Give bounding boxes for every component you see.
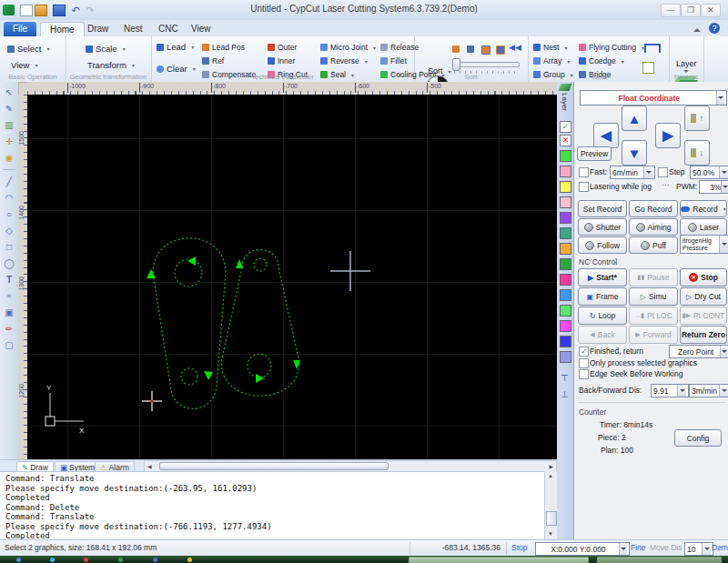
- layer-swatch[interactable]: [560, 351, 571, 363]
- part-outline-left[interactable]: [153, 238, 226, 409]
- pt-loc-button[interactable]: →▮Pt LOC: [629, 307, 678, 325]
- view-order-tool[interactable]: ▥: [2, 118, 16, 132]
- pan-tool[interactable]: ✛: [2, 135, 16, 148]
- part-right-small-hole[interactable]: [254, 258, 267, 271]
- brush-tool[interactable]: ✏: [2, 322, 16, 336]
- vscroll-up-icon[interactable]: ▲: [548, 473, 553, 478]
- nest-button[interactable]: Nest: [533, 42, 568, 53]
- part-left-big-hole[interactable]: [175, 259, 202, 287]
- sort-order4-icon[interactable]: [496, 45, 505, 55]
- sort-slider-track[interactable]: [452, 62, 520, 67]
- step-combo[interactable]: 50.0%: [690, 166, 728, 179]
- drawing-canvas[interactable]: Y X: [27, 95, 557, 459]
- node-edit-tool[interactable]: ✎: [2, 102, 16, 116]
- position-combo[interactable]: X:0.000 Y:0.000: [535, 542, 630, 556]
- z-down-button[interactable]: ↓: [684, 140, 710, 166]
- taskbar-icon[interactable]: [16, 558, 21, 562]
- sort-prev-icon[interactable]: ◀◀: [509, 43, 521, 52]
- part-outline-right[interactable]: [222, 250, 299, 397]
- tab-file[interactable]: File: [4, 22, 36, 36]
- layer-swatch[interactable]: [560, 227, 571, 239]
- close-button[interactable]: ✕: [701, 4, 721, 17]
- restore-button[interactable]: ❐: [681, 4, 701, 17]
- scale-button[interactable]: Scale: [86, 44, 126, 54]
- taskbar-icon[interactable]: [118, 558, 123, 562]
- vscroll-thumb[interactable]: [546, 511, 557, 526]
- polygon-tool[interactable]: ◇: [2, 224, 16, 237]
- pwm-combo[interactable]: 3%: [699, 180, 728, 194]
- collapse-ribbon-icon[interactable]: [693, 25, 701, 32]
- z-up-button[interactable]: ↑: [684, 106, 710, 131]
- flying-cutting-button[interactable]: Flying Cutting: [579, 42, 644, 53]
- measure-tool[interactable]: ▣: [2, 306, 16, 319]
- jog-left-button[interactable]: ◀: [593, 123, 619, 148]
- micro-joint-button[interactable]: Micro Joint: [320, 42, 376, 53]
- status-fine-label[interactable]: Fine: [631, 540, 646, 557]
- follow-button[interactable]: Follow: [578, 236, 627, 254]
- zero-point-combo[interactable]: Zero Point: [669, 345, 728, 358]
- layer-disable-cross-icon[interactable]: ✕: [560, 135, 571, 146]
- layer-swatch[interactable]: [560, 305, 571, 317]
- line-tool[interactable]: ╱: [2, 175, 16, 188]
- layer-swatch[interactable]: [560, 274, 571, 286]
- taskbar-icon[interactable]: [153, 558, 157, 562]
- start-button[interactable]: ▶Start*: [578, 268, 627, 287]
- fit-width-icon[interactable]: ⊤: [561, 373, 569, 383]
- release-button[interactable]: Release: [380, 42, 419, 53]
- pause-button[interactable]: ▮▮Pause: [629, 268, 678, 287]
- ellipse-tool[interactable]: ◯: [2, 256, 16, 270]
- layer-swatch[interactable]: [560, 212, 571, 224]
- jog-right-button[interactable]: ▶: [655, 123, 681, 148]
- taskbar-icon[interactable]: [50, 558, 55, 562]
- fillet-button[interactable]: Fillet: [380, 55, 407, 66]
- back-forward-speed-combo[interactable]: 3m/min: [689, 384, 728, 397]
- lead-pos-button[interactable]: Lead Pos: [202, 42, 245, 53]
- forward-button[interactable]: ▶Forward: [629, 326, 678, 344]
- record-button[interactable]: Record: [680, 200, 727, 217]
- shutter-button[interactable]: Shutter: [578, 218, 627, 236]
- layer-swatch[interactable]: [560, 336, 571, 347]
- part-left-small-hole[interactable]: [181, 368, 197, 385]
- layer-button[interactable]: Layer: [676, 58, 697, 69]
- circle-tool[interactable]: ○: [2, 207, 16, 221]
- preview-button[interactable]: Preview: [577, 146, 612, 161]
- select-tool[interactable]: ↖: [2, 85, 16, 99]
- layer-strip-icon[interactable]: [559, 84, 572, 91]
- tab-nest[interactable]: Nest: [115, 22, 152, 36]
- inner-button[interactable]: Inner: [268, 55, 295, 66]
- part-right-big-hole[interactable]: [248, 354, 271, 377]
- layer-swatch[interactable]: [560, 150, 571, 162]
- lasering-checkbox[interactable]: [579, 182, 589, 192]
- frame-button[interactable]: ▣Frame: [578, 287, 627, 306]
- loop-button[interactable]: ↻Loop: [578, 307, 627, 325]
- fit-height-icon[interactable]: ⊥: [561, 389, 569, 399]
- jog-up-button[interactable]: ▲: [622, 106, 647, 131]
- taskbar-icon[interactable]: [84, 558, 88, 562]
- stop-button[interactable]: ✕Stop: [680, 268, 727, 287]
- star-tool[interactable]: ✶: [2, 289, 16, 303]
- config-button[interactable]: Config: [674, 429, 722, 447]
- coordinate-combo[interactable]: Float Coordinate: [580, 90, 727, 106]
- layer-swatch[interactable]: [560, 289, 571, 301]
- only-selected-checkbox[interactable]: [579, 358, 589, 368]
- hscroll-right-icon[interactable]: ▶: [549, 463, 553, 469]
- simu-button[interactable]: ▷Simu: [629, 287, 678, 306]
- view-button[interactable]: View: [11, 60, 37, 70]
- tab-view[interactable]: View: [182, 22, 220, 36]
- layer-swatch[interactable]: [560, 258, 571, 270]
- arc-tool[interactable]: ◠: [2, 191, 16, 205]
- minimize-button[interactable]: —: [661, 4, 681, 17]
- layer-swatch[interactable]: [560, 196, 571, 208]
- taskbar-icon[interactable]: [187, 558, 192, 562]
- select-button[interactable]: Select: [7, 44, 49, 54]
- hscroll-left-icon[interactable]: ◀: [147, 463, 152, 469]
- fast-checkbox[interactable]: [579, 167, 589, 177]
- console-log[interactable]: Command: Translate Please specify move d…: [0, 471, 557, 542]
- pt-cont-button[interactable]: ▮▶Pt CONT: [680, 307, 727, 325]
- sort-order1-icon[interactable]: [452, 45, 460, 53]
- measure-icon[interactable]: [644, 44, 661, 53]
- aiming-button[interactable]: Aiming: [629, 218, 678, 236]
- layer-swatch[interactable]: [560, 320, 571, 332]
- sort-order3-icon[interactable]: [481, 45, 490, 55]
- array-button[interactable]: Array: [533, 55, 570, 66]
